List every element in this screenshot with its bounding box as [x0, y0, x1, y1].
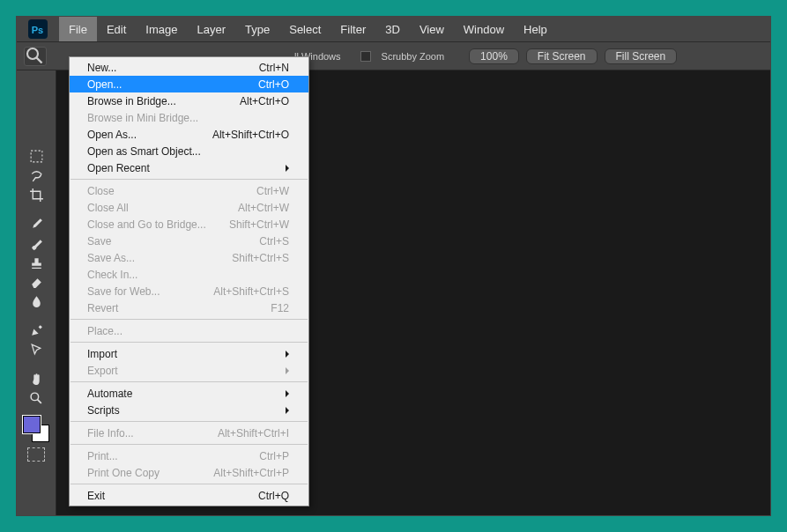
menu-item-label: Print... — [87, 450, 118, 462]
menu-item-new[interactable]: New...Ctrl+N — [70, 59, 308, 76]
menu-item-shortcut: Ctrl+Q — [258, 490, 289, 502]
menu-item-close-all: Close AllAlt+Ctrl+W — [70, 199, 308, 216]
menu-separator — [71, 444, 308, 445]
menu-item-shortcut: Alt+Ctrl+O — [240, 95, 289, 107]
menu-item-label: Scripts — [87, 404, 120, 417]
eyedropper-tool[interactable] — [25, 215, 48, 233]
menu-item-exit[interactable]: ExitCtrl+Q — [70, 487, 308, 504]
svg-text:Ps: Ps — [32, 25, 43, 35]
pen-tool[interactable] — [25, 321, 48, 340]
svg-point-5 — [31, 393, 39, 401]
marquee-tool[interactable] — [25, 147, 48, 166]
quick-mask-toggle[interactable] — [27, 447, 45, 462]
svg-line-3 — [37, 57, 42, 63]
menubar-item-view[interactable]: View — [410, 17, 454, 41]
menu-item-check-in: Check In... — [70, 266, 308, 283]
menu-separator — [71, 421, 308, 422]
menu-item-browse-in-bridge[interactable]: Browse in Bridge...Alt+Ctrl+O — [70, 92, 308, 109]
crop-tool[interactable] — [25, 186, 48, 204]
menu-item-scripts[interactable]: Scripts — [70, 402, 308, 418]
menu-item-shortcut: Ctrl+N — [259, 62, 289, 74]
menu-item-label: Save for Web... — [87, 285, 160, 298]
menu-item-export: Export — [70, 362, 308, 379]
menu-item-open-recent[interactable]: Open Recent — [70, 159, 308, 176]
foreground-color-swatch[interactable] — [23, 416, 41, 433]
menu-item-label: Browse in Bridge... — [87, 95, 176, 107]
scrubby-zoom-label: Scrubby Zoom — [382, 51, 445, 62]
menu-item-label: Save — [87, 235, 111, 248]
blur-tool[interactable] — [25, 292, 48, 311]
menu-item-open[interactable]: Open...Ctrl+O — [70, 76, 308, 92]
fit-screen-button[interactable]: Fit Screen — [526, 48, 598, 64]
menu-item-label: Close — [87, 185, 115, 197]
menu-item-label: Open Recent — [87, 162, 150, 174]
menu-item-save-for-web: Save for Web...Alt+Shift+Ctrl+S — [70, 283, 308, 299]
menu-item-label: Import — [87, 348, 117, 360]
zoom-100-button[interactable]: 100% — [469, 48, 519, 64]
menubar-item-image[interactable]: Image — [136, 17, 187, 41]
tool-rail — [17, 70, 56, 515]
menu-item-shortcut: Ctrl+O — [258, 78, 289, 91]
menu-item-open-as-smart-object[interactable]: Open as Smart Object... — [70, 143, 308, 159]
menu-item-label: Open as Smart Object... — [87, 145, 201, 158]
menu-item-shortcut: Alt+Shift+Ctrl+I — [218, 427, 289, 440]
menu-item-label: Place... — [87, 325, 123, 337]
menu-item-shortcut: Ctrl+S — [259, 235, 289, 248]
menubar-item-3d[interactable]: 3D — [375, 17, 410, 41]
menu-item-shortcut: Alt+Ctrl+W — [238, 202, 289, 214]
menu-item-label: Browse in Mini Bridge... — [87, 112, 198, 124]
menu-item-save-as: Save As...Shift+Ctrl+S — [70, 249, 308, 266]
menu-separator — [71, 381, 308, 382]
eraser-tool[interactable] — [25, 273, 48, 292]
lasso-tool[interactable] — [25, 166, 48, 185]
menu-item-shortcut: Shift+Ctrl+S — [232, 252, 289, 264]
menu-item-automate[interactable]: Automate — [70, 385, 308, 402]
menu-item-label: Export — [87, 365, 118, 377]
file-menu-dropdown: New...Ctrl+NOpen...Ctrl+OBrowse in Bridg… — [69, 56, 309, 506]
menu-item-shortcut: Ctrl+P — [259, 450, 289, 462]
zoom-tool-preset[interactable] — [24, 47, 47, 66]
menubar-item-help[interactable]: Help — [514, 17, 557, 41]
menu-item-print: Print...Ctrl+P — [70, 447, 308, 464]
menu-item-label: New... — [87, 62, 116, 74]
menu-item-open-as[interactable]: Open As...Alt+Shift+Ctrl+O — [70, 126, 308, 143]
menu-item-save: SaveCtrl+S — [70, 233, 308, 249]
menu-item-label: Open As... — [87, 129, 137, 141]
menubar-item-edit[interactable]: Edit — [97, 17, 136, 41]
menu-item-close: CloseCtrl+W — [70, 182, 308, 199]
menubar-item-type[interactable]: Type — [235, 17, 279, 41]
menubar-item-layer[interactable]: Layer — [188, 17, 236, 41]
color-swatches[interactable] — [23, 416, 49, 462]
menubar-item-filter[interactable]: Filter — [330, 17, 375, 41]
scrubby-zoom-checkbox[interactable] — [360, 51, 371, 62]
fill-screen-button[interactable]: Fill Screen — [605, 48, 678, 64]
menu-item-place: Place... — [70, 322, 308, 339]
menu-item-import[interactable]: Import — [70, 345, 308, 362]
menu-item-label: Revert — [87, 302, 118, 314]
menubar: Ps FileEditImageLayerTypeSelectFilter3DV… — [17, 17, 770, 42]
menu-item-label: Save As... — [87, 252, 135, 264]
zoom-tool[interactable] — [25, 389, 48, 408]
menu-separator — [71, 319, 308, 320]
hand-tool[interactable] — [25, 370, 48, 388]
photoshop-window: Ps FileEditImageLayerTypeSelectFilter3DV… — [16, 16, 771, 516]
photoshop-logo: Ps — [17, 17, 59, 41]
stamp-tool[interactable] — [25, 254, 48, 272]
menu-item-shortcut: Shift+Ctrl+W — [229, 218, 289, 231]
menu-item-shortcut: Alt+Shift+Ctrl+O — [212, 129, 289, 141]
menu-item-label: Open... — [87, 78, 122, 91]
direct-select-tool[interactable] — [25, 341, 48, 359]
menu-separator — [71, 179, 308, 180]
menu-item-shortcut: F12 — [271, 302, 289, 314]
menu-item-close-and-go-to-bridge: Close and Go to Bridge...Shift+Ctrl+W — [70, 216, 308, 233]
menubar-item-select[interactable]: Select — [279, 17, 330, 41]
svg-rect-4 — [31, 151, 42, 162]
menu-item-shortcut: Ctrl+W — [256, 185, 289, 197]
menu-item-label: File Info... — [87, 427, 134, 440]
menu-item-revert: RevertF12 — [70, 299, 308, 316]
chevron-right-icon — [286, 367, 289, 374]
menubar-item-window[interactable]: Window — [454, 17, 514, 41]
brush-tool[interactable] — [25, 234, 48, 253]
menu-separator — [71, 342, 308, 343]
menubar-item-file[interactable]: File — [59, 17, 97, 41]
